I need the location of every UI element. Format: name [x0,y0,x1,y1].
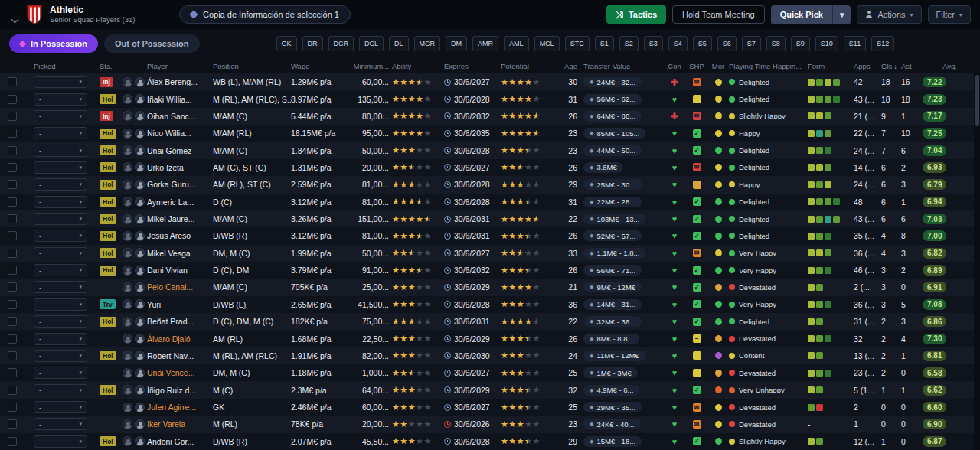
filter-button[interactable]: Filter ▾ [928,5,971,24]
row-checkbox[interactable] [8,317,17,326]
picked-dropdown[interactable]: -▾ [34,230,87,242]
col-potential[interactable]: Potential [498,62,559,70]
table-row[interactable]: -▾ Julen Agirre... GK 2.46M€ p/a 60,00..… [0,399,980,416]
picked-dropdown[interactable]: -▾ [34,315,87,328]
club-name[interactable]: Athletic [50,5,135,15]
position-filter-dcl[interactable]: DCL [359,36,384,51]
tab-out-of-possession[interactable]: Out of Possession [104,34,200,53]
table-row[interactable]: -▾ Hol Nico Willia... M/AM (RL) 16.15M€ … [0,125,980,142]
picked-dropdown[interactable]: -▾ [34,281,87,293]
col-age[interactable]: Age [559,62,583,70]
table-row[interactable]: -▾ Hol Dani Vivian D (C), DM 3.79M€ p/a … [0,262,980,279]
col-happiness[interactable]: Playing Time Happin... [729,62,808,70]
position-filter-s8[interactable]: S8 [766,36,786,51]
table-row[interactable]: -▾ Unai Vence... DM, M (C) 1.18M€ p/a 1,… [0,364,980,381]
table-row[interactable]: -▾ Trv Yuri D/WB (L) 2.65M€ p/a 41,500..… [0,296,980,313]
col-average-rating[interactable]: Avg. [923,62,966,70]
row-checkbox[interactable] [8,300,17,309]
row-checkbox[interactable] [8,368,17,377]
position-filter-s1[interactable]: S1 [595,36,614,51]
player-name[interactable]: Andoni Gor... [147,437,213,446]
position-filter-mcl[interactable]: MCL [534,36,560,51]
col-expires[interactable]: Expires [444,62,498,70]
col-minimum[interactable]: Minimum... [346,62,389,70]
table-row[interactable]: -▾ Hol Íñigo Ruiz d... M (C) 2.3M€ p/a 6… [0,381,980,398]
table-row[interactable]: -▾ Peio Canal... M/AM (C) 705K€ p/a 25,0… [0,279,980,295]
table-row[interactable]: -▾ Hol Beñat Prad... D (C), DM, M (C) 18… [0,313,980,330]
table-row[interactable]: -▾ Álvaro Djaló AM (RL) 1.68M€ p/a 22,50… [0,330,980,347]
row-checkbox[interactable] [8,163,17,172]
picked-dropdown[interactable]: -▾ [34,161,87,174]
picked-dropdown[interactable]: -▾ [34,93,87,106]
player-name[interactable]: Mikel Vesga [147,249,213,258]
picked-dropdown[interactable]: -▾ [34,384,87,396]
col-condition[interactable]: Con [663,62,686,70]
col-transfer-value[interactable]: Transfer Value [583,62,663,70]
row-checkbox[interactable] [8,386,17,395]
scrollbar[interactable] [974,73,980,450]
row-checkbox[interactable] [8,77,17,86]
table-row[interactable]: -▾ Iker Varela M (RL) 78K€ p/a 20,00... … [0,416,980,432]
player-name[interactable]: Yuri [147,300,213,309]
scrollbar-thumb[interactable] [975,75,979,126]
player-name[interactable]: Nico Willia... [147,129,213,138]
player-name[interactable]: Iker Varela [147,419,213,429]
position-filter-s12[interactable]: S12 [871,36,894,51]
player-name[interactable]: Peio Canal... [147,282,213,292]
position-filter-s9[interactable]: S9 [791,36,810,51]
player-name[interactable]: Jesús Areso [147,231,213,240]
row-checkbox[interactable] [8,129,17,138]
table-row[interactable]: -▾ Inj Oihan Sanc... M/AM (C) 5.44M€ p/a… [0,108,980,125]
col-morale[interactable]: Mor [707,62,729,70]
row-checkbox[interactable] [8,249,17,258]
col-position[interactable]: Position [213,62,291,70]
player-name[interactable]: Dani Vivian [147,266,213,275]
table-row[interactable]: -▾ Hol Urko Izeta AM (C), ST (C) 1.31M€ … [0,159,980,176]
row-checkbox[interactable] [8,282,17,292]
picked-dropdown[interactable]: -▾ [34,127,87,139]
player-name[interactable]: Robert Nav... [147,351,213,360]
hold-team-meeting-button[interactable]: Hold Team Meeting [672,5,765,24]
col-wage[interactable]: Wage [291,62,346,70]
player-name[interactable]: Urko Izeta [147,163,213,172]
player-name[interactable]: Julen Agirre... [147,403,213,412]
row-checkbox[interactable] [8,419,17,429]
chevron-down-icon[interactable]: ▾ [832,5,851,24]
position-filter-dl[interactable]: DL [389,36,409,51]
picked-dropdown[interactable]: -▾ [34,333,87,345]
player-name[interactable]: Gorka Guru... [147,180,213,189]
row-checkbox[interactable] [8,214,17,223]
actions-button[interactable]: Actions ▾ [857,5,921,24]
position-filter-s11[interactable]: S11 [844,36,866,51]
player-name[interactable]: Álex Bereng... [147,77,213,86]
position-filter-s10[interactable]: S10 [815,36,838,51]
row-checkbox[interactable] [8,437,17,446]
club-block[interactable]: Athletic Senior Squad Players (31) [26,5,168,24]
table-row[interactable]: -▾ Hol Jesús Areso D/WB (R) 3.12M€ p/a 8… [0,227,980,244]
table-row[interactable]: -▾ Hol Unai Gómez M/AM (C) 1.84M€ p/a 50… [0,142,980,158]
row-checkbox[interactable] [8,180,17,189]
chevron-down-icon[interactable] [11,16,19,24]
row-checkbox[interactable] [8,197,17,207]
col-player[interactable]: Player [147,62,213,70]
position-filter-gk[interactable]: GK [276,36,297,51]
player-name[interactable]: Mikel Jaure... [147,214,213,223]
table-row[interactable]: -▾ Hol Mikel Jaure... M/AM (C) 3.26M€ p/… [0,210,980,227]
row-checkbox[interactable] [8,95,17,104]
col-goals[interactable]: Gls↓ [881,62,901,70]
col-ability[interactable]: Ability [389,62,444,70]
player-name[interactable]: Oihan Sanc... [147,112,213,121]
col-picked[interactable]: Picked [34,62,100,70]
picked-dropdown[interactable]: -▾ [34,145,87,157]
row-checkbox[interactable] [8,351,17,360]
picked-dropdown[interactable]: -▾ [34,350,87,362]
player-name[interactable]: Unai Vence... [147,368,213,377]
picked-dropdown[interactable]: -▾ [34,110,87,122]
table-row[interactable]: -▾ Hol Mikel Vesga DM, M (C) 1.99M€ p/a … [0,245,980,262]
col-assists[interactable]: Ast [901,62,923,70]
player-name[interactable]: Álvaro Djaló [147,334,213,344]
picked-dropdown[interactable]: -▾ [34,76,87,88]
player-name[interactable]: Beñat Prad... [147,317,213,326]
position-filter-s5[interactable]: S5 [693,36,712,51]
table-row[interactable]: -▾ Hol Andoni Gor... D/WB (R) 2.07M€ p/a… [0,433,980,450]
